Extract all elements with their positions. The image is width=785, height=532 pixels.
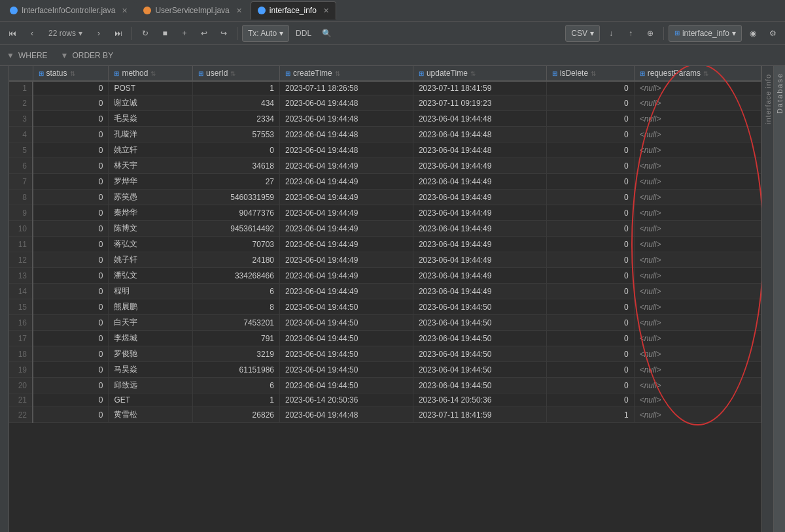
cell-method[interactable]: 程明 [109, 284, 193, 299]
cell-rownum[interactable]: 18 [9, 346, 33, 362]
cell-updatetime[interactable]: 2023-07-11 18:41:59 [413, 407, 546, 423]
cell-isdelete[interactable]: 0 [546, 95, 634, 111]
cell-userid[interactable]: 24180 [193, 252, 280, 268]
cell-isdelete[interactable]: 0 [546, 315, 634, 331]
cell-isdelete[interactable]: 0 [546, 190, 634, 205]
table-row[interactable]: 200邱致远62023-06-04 19:44:502023-06-04 19:… [9, 378, 761, 393]
nav-last-button[interactable]: ⏭ [110, 25, 127, 42]
cell-rownum[interactable]: 17 [9, 331, 33, 346]
table-row[interactable]: 100陈博文94536144922023-06-04 19:44:492023-… [9, 221, 761, 237]
ddl-button[interactable]: DDL [292, 25, 315, 42]
cell-createtime[interactable]: 2023-06-04 19:44:50 [279, 378, 413, 393]
cell-rownum[interactable]: 8 [9, 190, 33, 205]
cell-requestparams[interactable]: <null> [634, 81, 761, 95]
table-row[interactable]: 30毛昊焱23342023-06-04 19:44:482023-06-04 1… [9, 111, 761, 127]
cell-createtime[interactable]: 2023-06-04 19:44:48 [279, 142, 413, 158]
table-row[interactable]: 120姚子轩241802023-06-04 19:44:492023-06-04… [9, 252, 761, 268]
tab-close-controller[interactable]: ✕ [122, 7, 128, 15]
cell-requestparams[interactable]: <null> [634, 221, 761, 237]
cell-requestparams[interactable]: <null> [634, 205, 761, 221]
cell-rownum[interactable]: 16 [9, 315, 33, 331]
cell-method[interactable]: 孔璇洋 [109, 127, 193, 142]
cell-requestparams[interactable]: <null> [634, 299, 761, 315]
cell-status[interactable]: 0 [33, 378, 109, 393]
cell-status[interactable]: 0 [33, 142, 109, 158]
cell-status[interactable]: 0 [33, 252, 109, 268]
db-panel[interactable]: Database [773, 66, 785, 532]
cell-rownum[interactable]: 15 [9, 299, 33, 315]
table-row[interactable]: 170李煜城7912023-06-04 19:44:502023-06-04 1… [9, 331, 761, 346]
cell-createtime[interactable]: 2023-06-04 19:44:50 [279, 331, 413, 346]
cell-rownum[interactable]: 9 [9, 205, 33, 221]
cell-createtime[interactable]: 2023-06-04 19:44:49 [279, 205, 413, 221]
cell-requestparams[interactable]: <null> [634, 190, 761, 205]
cell-createtime[interactable]: 2023-06-04 19:44:49 [279, 284, 413, 299]
cell-createtime[interactable]: 2023-06-14 20:50:36 [279, 393, 413, 407]
table-row[interactable]: 130潘弘文3342684662023-06-04 19:44:492023-0… [9, 268, 761, 284]
cell-userid[interactable]: 70703 [193, 237, 280, 252]
table-row[interactable]: 50姚立轩02023-06-04 19:44:482023-06-04 19:4… [9, 142, 761, 158]
cell-userid[interactable]: 5460331959 [193, 190, 280, 205]
cell-requestparams[interactable]: <null> [634, 378, 761, 393]
table-row[interactable]: 180罗俊驰32192023-06-04 19:44:502023-06-04 … [9, 346, 761, 362]
cell-method[interactable]: 白天宇 [109, 315, 193, 331]
cell-isdelete[interactable]: 0 [546, 393, 634, 407]
cell-requestparams[interactable]: <null> [634, 95, 761, 111]
eye-button[interactable]: ◉ [744, 25, 761, 42]
tab-close-info[interactable]: ✕ [323, 7, 329, 15]
cell-requestparams[interactable]: <null> [634, 237, 761, 252]
export-select[interactable]: CSV ▾ [565, 25, 600, 42]
cell-requestparams[interactable]: <null> [634, 407, 761, 423]
cell-status[interactable]: 0 [33, 221, 109, 237]
cell-createtime[interactable]: 2023-06-04 19:44:50 [279, 299, 413, 315]
cell-createtime[interactable]: 2023-06-04 19:44:49 [279, 158, 413, 174]
cell-status[interactable]: 0 [33, 205, 109, 221]
redo-button[interactable]: ↪ [215, 25, 232, 42]
cell-requestparams[interactable]: <null> [634, 268, 761, 284]
table-container[interactable]: ⊞ status ⇅ ⊞ method ⇅ [9, 66, 761, 532]
cell-updatetime[interactable]: 2023-06-04 19:44:49 [413, 174, 546, 190]
cell-requestparams[interactable]: <null> [634, 174, 761, 190]
cell-userid[interactable]: 334268466 [193, 268, 280, 284]
col-userid[interactable]: ⊞ userId ⇅ [193, 66, 280, 81]
settings-button[interactable]: ⚙ [764, 25, 781, 42]
cell-userid[interactable]: 791 [193, 331, 280, 346]
col-isdelete[interactable]: ⊞ isDelete ⇅ [546, 66, 634, 81]
cell-isdelete[interactable]: 0 [546, 346, 634, 362]
cell-status[interactable]: 0 [33, 407, 109, 423]
cell-userid[interactable]: 2334 [193, 111, 280, 127]
table-select[interactable]: ⊞ interface_info ▾ [669, 25, 742, 42]
cell-userid[interactable]: 90477376 [193, 205, 280, 221]
cell-userid[interactable]: 434 [193, 95, 280, 111]
cell-method[interactable]: 姚子轩 [109, 252, 193, 268]
where-filter[interactable]: ▼ WHERE [7, 51, 48, 60]
cell-userid[interactable]: 3219 [193, 346, 280, 362]
refresh-button[interactable]: ↻ [137, 25, 154, 42]
cell-isdelete[interactable]: 0 [546, 237, 634, 252]
table-row[interactable]: 160白天宇74532012023-06-04 19:44:502023-06-… [9, 315, 761, 331]
cell-requestparams[interactable]: <null> [634, 346, 761, 362]
cell-status[interactable]: 0 [33, 315, 109, 331]
cell-requestparams[interactable]: <null> [634, 158, 761, 174]
cell-status[interactable]: 0 [33, 331, 109, 346]
cell-method[interactable]: 林天宇 [109, 158, 193, 174]
cell-rownum[interactable]: 20 [9, 378, 33, 393]
cell-userid[interactable]: 7453201 [193, 315, 280, 331]
cell-status[interactable]: 0 [33, 362, 109, 378]
cell-method[interactable]: GET [109, 393, 193, 407]
cell-userid[interactable]: 6 [193, 284, 280, 299]
cell-updatetime[interactable]: 2023-06-04 19:44:48 [413, 111, 546, 127]
table-row[interactable]: 210GET12023-06-14 20:50:362023-06-14 20:… [9, 393, 761, 407]
cell-rownum[interactable]: 6 [9, 158, 33, 174]
cell-method[interactable]: 罗俊驰 [109, 346, 193, 362]
cell-requestparams[interactable]: <null> [634, 315, 761, 331]
tab-interface-controller[interactable]: InterfaceInfoController.java ✕ [3, 1, 135, 20]
pin-button[interactable]: ⊕ [642, 25, 659, 42]
table-row[interactable]: 80苏笑愚54603319592023-06-04 19:44:492023-0… [9, 190, 761, 205]
cell-method[interactable]: 姚立轩 [109, 142, 193, 158]
cell-createtime[interactable]: 2023-06-04 19:44:49 [279, 190, 413, 205]
cell-isdelete[interactable]: 0 [546, 299, 634, 315]
cell-requestparams[interactable]: <null> [634, 252, 761, 268]
cell-requestparams[interactable]: <null> [634, 284, 761, 299]
cell-userid[interactable]: 27 [193, 174, 280, 190]
